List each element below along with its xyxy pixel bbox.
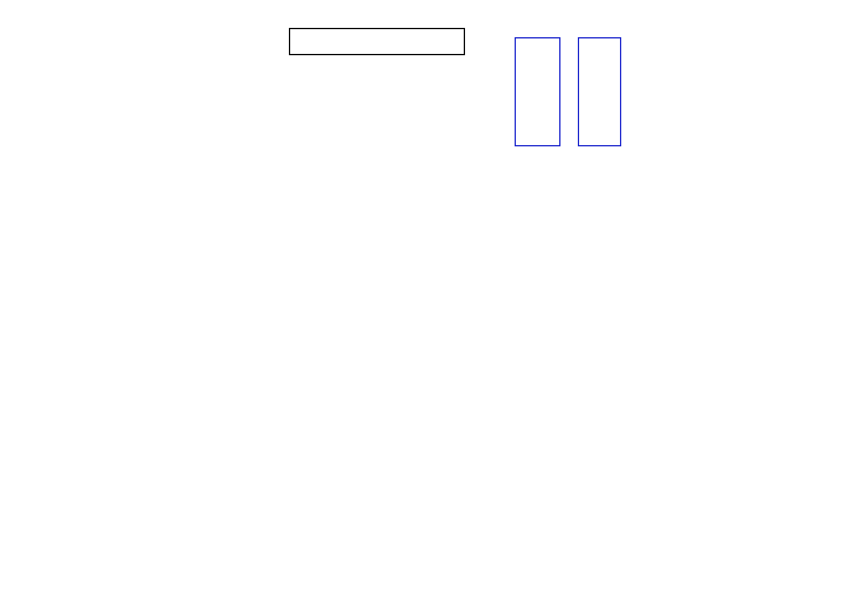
hsc-image [267,329,356,420]
line-fit-chart [646,35,808,133]
weighted-2dspec-image [290,29,350,54]
weighted-smoothed-image [407,29,464,54]
header-meta [640,2,826,11]
lineflux-map [157,329,246,420]
clean-image-frame [578,37,621,146]
with-sky-image [516,38,559,145]
elixer-report-page [0,0,868,591]
fiber-positions-map [46,329,135,420]
header-meta-gap [816,2,826,11]
clean-image [579,38,620,145]
with-sky-frame [515,37,560,146]
full-spectrum-chart [58,218,810,273]
